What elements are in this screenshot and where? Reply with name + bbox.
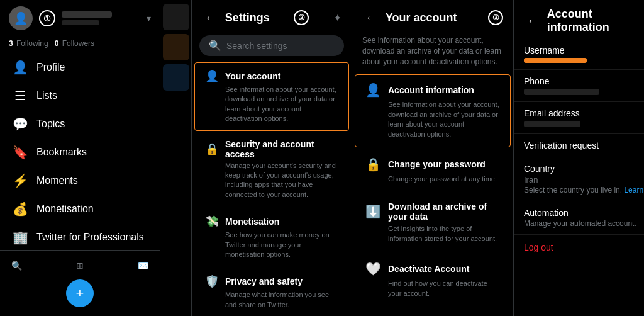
account-item-information[interactable]: 👤 Account information See information ab… [355, 74, 511, 147]
email-value [524, 121, 580, 127]
thumb-image-1 [163, 4, 189, 30]
settings-item-desc: Manage your account's security and keep … [205, 161, 338, 200]
following-count: 3 [9, 39, 13, 48]
account-info-title: Account information [547, 8, 644, 34]
your-account-back-button[interactable]: ← [362, 8, 379, 28]
account-item-row: 🔒 Change your password [365, 157, 500, 172]
lists-icon: ☰ [13, 88, 28, 103]
user-name [62, 11, 112, 18]
sidebar-item-label: Lists [36, 90, 57, 101]
sidebar-item-label: Twitter for Professionals [36, 232, 144, 243]
settings-item-header: 💸 Monetisation [205, 215, 338, 229]
phone-value [524, 89, 599, 95]
sidebar-item-label: Profile [36, 62, 65, 73]
settings-item-privacy[interactable]: 🛡️ Privacy and safety Manage what inform… [194, 268, 349, 316]
step-3-badge: ③ [488, 10, 503, 25]
step-1-badge: ① [39, 10, 55, 26]
account-info-panel: ← Account information ④ Username Phone E… [514, 0, 644, 316]
search-box[interactable]: 🔍 [199, 35, 344, 56]
info-row-phone[interactable]: Phone [514, 70, 644, 102]
account-item-deactivate[interactable]: 🤍 Deactivate Account Find out how you ca… [355, 253, 511, 307]
settings-header: ← Settings ② ✦ [192, 0, 352, 33]
sidebar-item-label: Moments [36, 175, 78, 186]
account-item-download[interactable]: ⬇️ Download an archive of your data Get … [355, 193, 511, 252]
sidebar-item-monetisation[interactable]: 💰 Monetisation [4, 195, 156, 223]
logout-button[interactable]: Log out [514, 235, 644, 260]
account-item-title: Download an archive of your data [388, 201, 500, 222]
thumb-image-2 [163, 34, 189, 60]
monetisation-icon: 💰 [13, 201, 28, 217]
sidebar-item-label: Monetisation [36, 203, 94, 215]
account-item-desc: Find out how you can deactivate your acc… [365, 279, 500, 298]
sidebar-stats: 3 Following 0 Followers [0, 37, 160, 53]
country-label: Country [524, 164, 644, 174]
verification-label: Verification request [524, 140, 644, 150]
expand-icon[interactable]: ▾ [147, 13, 151, 23]
info-row-country[interactable]: Country Iran Select the country you live… [514, 157, 644, 201]
settings-item-header: 🔒 Security and account access [205, 139, 338, 159]
settings-item-title: Monetisation [225, 217, 279, 227]
your-account-title: Your account [386, 11, 457, 25]
account-item-row: 👤 Account information [365, 82, 500, 98]
user-handle [62, 20, 99, 25]
settings-item-desc: See how you can make money on Twitter an… [205, 230, 338, 259]
learn-more-link[interactable]: Learn more [624, 186, 644, 195]
settings-item-header: 🛡️ Privacy and safety [205, 274, 338, 288]
settings-title-row: Settings ② ✦ [225, 10, 341, 25]
settings-item-monetisation[interactable]: 💸 Monetisation See how you can make mone… [194, 208, 349, 266]
email-label: Email address [524, 108, 644, 118]
account-item-desc: See information about your account, down… [365, 100, 500, 139]
your-account-desc: See information about your account, down… [352, 33, 513, 73]
settings-back-button[interactable]: ← [202, 8, 219, 28]
sidebar-item-bookmarks[interactable]: 🔖 Bookmarks [4, 138, 156, 166]
thumb-image-3 [163, 64, 189, 91]
your-account-title-row: Your account ③ [386, 10, 503, 25]
account-item-row: ⬇️ Download an archive of your data [365, 201, 500, 222]
sidebar-bottom: 🔍 ⊞ ✉️ + [0, 250, 160, 316]
avatar[interactable]: 👤 [9, 6, 33, 30]
account-item-desc: Change your password at any time. [365, 174, 500, 184]
search-input[interactable] [226, 41, 336, 51]
sidebar-item-lists[interactable]: ☰ Lists [4, 82, 156, 110]
user-info [62, 11, 140, 25]
search-icon: 🔍 [209, 40, 221, 52]
followers-count: 0 [55, 39, 59, 48]
account-item-title: Account information [388, 85, 474, 95]
sidebar-mail-icon[interactable]: ✉️ [135, 256, 151, 276]
sidebar-item-twitter-professionals[interactable]: 🏢 Twitter for Professionals [4, 223, 156, 250]
explore-icon: 🔍 [11, 261, 22, 271]
sidebar-explore-icon[interactable]: 🔍 [9, 256, 25, 276]
username-label: Username [524, 45, 644, 55]
account-info-title-row: Account information ④ [547, 8, 644, 34]
sidebar-item-profile[interactable]: 👤 Profile [4, 54, 156, 81]
profile-icon: 👤 [13, 60, 28, 75]
info-row-username[interactable]: Username [514, 39, 644, 70]
deactivate-icon: 🤍 [365, 261, 380, 276]
settings-item-title: Privacy and safety [225, 276, 303, 286]
automation-label: Automation [524, 208, 644, 218]
thumbnail-strip [160, 0, 192, 316]
phone-label: Phone [524, 76, 644, 86]
sparkle-icon[interactable]: ✦ [333, 12, 341, 24]
account-item-password[interactable]: 🔒 Change your password Change your passw… [355, 149, 511, 192]
account-info-header: ← Account information ④ [514, 0, 644, 39]
security-icon: 🔒 [205, 142, 219, 156]
account-info-back-button[interactable]: ← [524, 11, 541, 31]
step-2-badge: ② [294, 10, 309, 25]
sidebar-item-moments[interactable]: ⚡ Moments [4, 167, 156, 195]
settings-item-desc: Manage what information you see and shar… [205, 290, 338, 310]
compose-button[interactable]: + [66, 279, 94, 307]
info-row-verification[interactable]: Verification request [514, 134, 644, 157]
professionals-icon: 🏢 [13, 230, 28, 245]
automation-desc: Manage your automated account. [524, 219, 644, 228]
sidebar-qr-icon[interactable]: ⊞ [74, 256, 86, 276]
info-row-email[interactable]: Email address [514, 102, 644, 134]
settings-item-security[interactable]: 🔒 Security and account access Manage you… [194, 132, 349, 207]
privacy-icon: 🛡️ [205, 274, 219, 288]
sidebar-header: 👤 ① ▾ [0, 0, 160, 37]
account-item-desc: Get insights into the type of informatio… [365, 224, 500, 244]
settings-item-your-account[interactable]: 👤 Your account See information about you… [194, 62, 349, 131]
info-row-automation[interactable]: Automation Manage your automated account… [514, 201, 644, 235]
country-value: Iran [524, 175, 644, 184]
sidebar-item-topics[interactable]: 💬 Topics [4, 110, 156, 138]
